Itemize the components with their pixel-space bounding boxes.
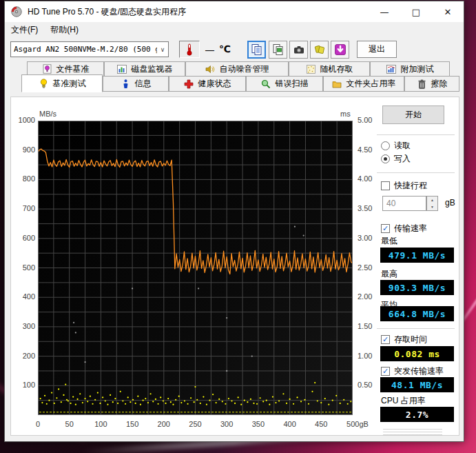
axis-tick-label: 150 <box>122 420 143 428</box>
axis-tick-label: 1000 <box>12 116 35 124</box>
tab-label: 信息 <box>135 78 152 90</box>
burst-rate-row[interactable]: ✓ 突发传输速率 <box>381 365 444 377</box>
shortstroke-spinner[interactable]: ▲ ▼ <box>426 196 438 211</box>
tab-label: 随机存取 <box>320 63 353 75</box>
tab-file-benchmark[interactable]: 文件基准 <box>27 61 104 76</box>
tab-noise-management[interactable]: 自动噪音管理 <box>185 61 289 76</box>
axis-tick-label: 900 <box>12 145 35 154</box>
axis-tick-label: 250 <box>185 420 206 428</box>
file-benchmark-icon <box>42 64 52 74</box>
maximize-button[interactable]: □ <box>400 1 432 22</box>
access-time-label: 存取时间 <box>394 334 427 345</box>
benchmark-panel: MB/s ms 1002003004005006007008009001000 … <box>10 97 459 436</box>
transfer-rate-label: 传输速率 <box>394 223 427 234</box>
access-time-row[interactable]: ✓ 存取时间 <box>381 334 427 345</box>
tab-label: 健康状态 <box>198 78 231 90</box>
write-radio[interactable] <box>381 154 390 163</box>
axis-tick-label: 5.00 <box>358 116 382 124</box>
tab-benchmark[interactable]: 基准测试 <box>21 74 103 92</box>
transfer-rate-checkbox[interactable]: ✓ <box>381 224 390 233</box>
menu-file[interactable]: 文件(F) <box>5 23 44 37</box>
max-value-display: 903.3 MB/s <box>380 280 454 295</box>
app-window: HD Tune Pro 5.70 - 硬盘/固态硬盘实用程序 — □ ✕ 文件(… <box>4 1 464 442</box>
window-title: HD Tune Pro 5.70 - 硬盘/固态硬盘实用程序 <box>28 6 186 18</box>
tab-label: 自动噪音管理 <box>220 63 269 75</box>
drive-select-value: Asgard AN2 500NVMe-M.2/80 (500 gB <box>11 45 157 54</box>
read-radio-row[interactable]: 读取 <box>381 140 411 152</box>
tab-label: 错误扫描 <box>276 78 309 90</box>
thermometer-icon <box>186 43 193 56</box>
temperature-unit: ℃ <box>219 43 231 54</box>
tab-erase[interactable]: 擦除 <box>404 76 459 92</box>
min-label: 最低 <box>381 235 397 247</box>
copy-icon <box>251 43 263 56</box>
access-time-checkbox[interactable]: ✓ <box>381 335 390 344</box>
shortstroke-row[interactable]: ✓ 快捷行程 <box>381 180 427 192</box>
axis-tick-label: 450 <box>311 420 331 428</box>
erase-trash-icon <box>417 79 427 89</box>
copy-image-icon <box>272 43 284 56</box>
minimize-button[interactable]: — <box>369 1 400 22</box>
burst-rate-checkbox[interactable]: ✓ <box>381 367 390 376</box>
disk-monitor-icon <box>117 64 127 74</box>
exit-button[interactable]: 退出 <box>357 41 397 58</box>
axis-tick-label: 100 <box>90 420 111 428</box>
tab-row-top: 文件基准 磁盘监视器 自动噪音管理 <box>27 61 464 76</box>
axis-tick-label: 350 <box>248 420 269 428</box>
exit-label: 退出 <box>369 43 385 55</box>
benchmark-bulb-icon <box>39 79 49 89</box>
extra-tests-icon <box>386 64 397 74</box>
download-button[interactable] <box>331 41 349 59</box>
shortstroke-size-input[interactable] <box>382 196 426 211</box>
tab-error-scan[interactable]: 错误扫描 <box>246 76 323 92</box>
desktop: HD Tune Pro 5.70 - 硬盘/固态硬盘实用程序 — □ ✕ 文件(… <box>0 0 476 453</box>
chevron-down-icon: ∨ <box>157 46 168 53</box>
tab-label: 基准测试 <box>53 78 86 90</box>
spinner-down-icon[interactable]: ▼ <box>427 203 437 210</box>
tab-folder-usage[interactable]: 文件夹占用率 <box>323 76 404 92</box>
read-radio[interactable] <box>381 141 390 150</box>
axis-tick-label: 0.50 <box>358 381 382 389</box>
close-button[interactable]: ✕ <box>432 1 464 22</box>
burst-rate-display: 48.1 MB/s <box>380 377 454 392</box>
temperature-button[interactable] <box>179 41 200 58</box>
transfer-rate-row[interactable]: ✓ 传输速率 <box>381 223 427 234</box>
axis-tick-label: 50 <box>59 420 80 428</box>
tab-random-access[interactable]: 随机存取 <box>289 61 370 76</box>
tab-row-bottom: 基准测试 信息 健康状态 <box>21 76 464 92</box>
screenshot-button[interactable] <box>289 41 308 59</box>
min-value-display: 479.1 MB/s <box>380 248 454 263</box>
axis-tick-label: 500 <box>12 263 35 272</box>
noise-management-icon <box>205 64 216 74</box>
menu-help[interactable]: 帮助(H) <box>44 23 85 37</box>
tab-info[interactable]: 信息 <box>103 76 169 92</box>
tab-health[interactable]: 健康状态 <box>169 76 246 92</box>
drive-select-dropdown[interactable]: Asgard AN2 500NVMe-M.2/80 (500 gB ∨ <box>10 41 169 57</box>
spinner-up-icon[interactable]: ▲ <box>427 197 437 203</box>
axis-tick-label: 500gB <box>342 420 373 428</box>
clipped-text-artifact <box>383 429 442 435</box>
save-results-icon <box>313 43 326 56</box>
start-button[interactable]: 开始 <box>382 105 444 124</box>
random-access-icon <box>306 64 316 74</box>
shortstroke-checkbox[interactable]: ✓ <box>381 181 390 190</box>
copy-image-button[interactable] <box>269 41 287 59</box>
menubar: 文件(F) 帮助(H) <box>5 22 464 37</box>
tab-extra-tests[interactable]: 附加测试 <box>370 61 450 76</box>
axis-tick-label: 0 <box>28 420 48 428</box>
write-radio-row[interactable]: 写入 <box>381 153 411 165</box>
max-label: 最高 <box>381 268 397 280</box>
axis-tick-label: 4.00 <box>358 174 382 183</box>
read-label: 读取 <box>394 140 411 152</box>
copy-text-button[interactable] <box>247 41 266 59</box>
cpu-usage-display: 2.7% <box>380 407 454 422</box>
axis-tick-label: 2.50 <box>358 263 382 272</box>
tab-label: 磁盘监视器 <box>132 63 173 75</box>
hd-tune-app-icon <box>11 6 22 17</box>
separator <box>377 134 455 135</box>
shortstroke-label: 快捷行程 <box>394 180 427 192</box>
tab-disk-monitor[interactable]: 磁盘监视器 <box>104 61 185 76</box>
save-results-button[interactable] <box>310 41 329 59</box>
axis-tick-label: 4.50 <box>358 145 382 154</box>
axis-tick-label: 300 <box>12 322 35 330</box>
